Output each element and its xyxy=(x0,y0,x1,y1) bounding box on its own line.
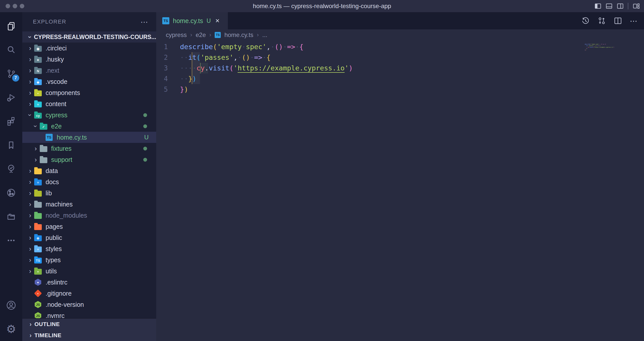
tree-item-gitignore[interactable]: •.gitignore xyxy=(22,288,156,299)
tree-item-components[interactable]: ›▪components xyxy=(22,87,156,98)
settings-gear-icon[interactable]: ⚙ xyxy=(0,317,22,341)
chevron-right-icon[interactable]: › xyxy=(26,234,34,241)
tree-item-husky[interactable]: ›∗.husky xyxy=(22,54,156,65)
tree-item-nvmrc[interactable]: JS.nvmrc xyxy=(22,310,156,318)
code-line[interactable]: 4··}) xyxy=(156,73,644,84)
tree-item-docs[interactable]: ›≡docs xyxy=(22,176,156,187)
tree-item-styles[interactable]: ›≡styles xyxy=(22,243,156,254)
chevron-right-icon[interactable]: › xyxy=(26,212,34,219)
folder-icon: ✓ xyxy=(39,123,48,130)
tree-item-lib[interactable]: ›lib xyxy=(22,187,156,199)
tree-item-home-cy-ts[interactable]: TShome.cy.tsU xyxy=(22,132,156,143)
tree-item-machines[interactable]: ›machines xyxy=(22,199,156,210)
tree-item-pages[interactable]: ›pages xyxy=(22,221,156,232)
breadcrumb-item[interactable]: e2e xyxy=(196,31,206,39)
toggle-secondary-sidebar-icon[interactable] xyxy=(617,3,624,10)
folder-icon: ≡ xyxy=(34,245,42,252)
chevron-right-icon[interactable]: › xyxy=(26,257,34,263)
project-root-header[interactable]: › CYPRESS-REALWORLD-TESTING-COURS... xyxy=(22,31,156,43)
tree-item-label: public xyxy=(46,234,62,241)
chevron-down-icon[interactable]: › xyxy=(32,122,39,130)
tree-item-label: utils xyxy=(46,268,57,275)
code-line[interactable]: 1describe('empty·spec',·()·=>·{ xyxy=(156,42,644,52)
split-editor-icon[interactable] xyxy=(614,16,622,25)
chevron-right-icon[interactable]: › xyxy=(26,167,34,174)
breadcrumb-item[interactable]: home.cy.ts xyxy=(224,31,253,39)
account-icon[interactable] xyxy=(0,293,22,317)
breadcrumb-item[interactable]: ... xyxy=(262,31,267,39)
explorer-icon[interactable] xyxy=(0,14,22,38)
tree-item-cypress[interactable]: ›cycypress xyxy=(22,109,156,121)
tab-home-cy-ts[interactable]: TS home.cy.ts U × xyxy=(156,12,228,29)
git-graph-icon[interactable] xyxy=(0,181,22,205)
title-bar: home.cy.ts — cypress-realworld-testing-c… xyxy=(0,0,644,12)
close-tab-icon[interactable]: × xyxy=(215,17,219,24)
extensions-icon[interactable] xyxy=(0,109,22,133)
outline-section-header[interactable]: › OUTLINE xyxy=(22,319,156,330)
testing-tree-icon[interactable] xyxy=(0,157,22,181)
chevron-right-icon[interactable]: › xyxy=(26,56,34,63)
line-number: 4 xyxy=(156,73,180,84)
toggle-panel-icon[interactable] xyxy=(606,3,613,10)
open-changes-icon[interactable] xyxy=(597,16,606,25)
chevron-right-icon[interactable]: › xyxy=(32,145,39,152)
more-actions-icon[interactable] xyxy=(0,229,22,252)
chevron-right-icon[interactable]: › xyxy=(26,268,34,274)
code-editor[interactable]: 1describe('empty·spec',·()·=>·{2··it('pa… xyxy=(156,41,644,341)
tree-item-public[interactable]: ›⊕public xyxy=(22,232,156,243)
project-root-label: CYPRESS-REALWORLD-TESTING-COURS... xyxy=(34,34,156,41)
tree-item-types[interactable]: ›TStypes xyxy=(22,254,156,266)
tree-item-vscode[interactable]: ›◆.vscode xyxy=(22,76,156,87)
code-line[interactable]: 5}) xyxy=(156,84,644,95)
chevron-right-icon[interactable]: › xyxy=(26,223,34,230)
tree-item-content[interactable]: ›≡content xyxy=(22,98,156,109)
explorer-more-actions-icon[interactable]: ⋯ xyxy=(140,17,149,26)
search-icon[interactable] xyxy=(0,38,22,62)
tree-item-node-modules[interactable]: ›node_modules xyxy=(22,210,156,221)
tree-item-node-version[interactable]: JS.node-version xyxy=(22,299,156,310)
chevron-right-icon[interactable]: › xyxy=(26,45,34,51)
tree-item-support[interactable]: ›support xyxy=(22,154,156,165)
tree-item-label: .gitignore xyxy=(46,290,72,297)
code-line[interactable]: 3····cy.visit('https://example.cypress.i… xyxy=(156,63,644,73)
scm-badge: 7 xyxy=(12,74,19,82)
bookmarks-icon[interactable] xyxy=(0,133,22,157)
folder-icon xyxy=(39,145,48,152)
chevron-down-icon[interactable]: › xyxy=(27,111,33,119)
chevron-right-icon[interactable]: › xyxy=(26,190,34,196)
chevron-right-icon[interactable]: › xyxy=(26,89,34,96)
timeline-history-icon[interactable] xyxy=(581,16,590,25)
chevron-right-icon[interactable]: › xyxy=(26,101,34,107)
breadcrumb-item[interactable]: cypress xyxy=(166,31,187,39)
tree-item-circleci[interactable]: ›◉.circleci xyxy=(22,43,156,54)
customize-layout-icon[interactable] xyxy=(632,2,640,10)
timeline-section-header[interactable]: › TIMELINE xyxy=(22,330,156,341)
chevron-right-icon[interactable]: › xyxy=(26,201,34,207)
tree-item-next[interactable]: ›N.next xyxy=(22,65,156,76)
tree-item-eslintrc[interactable]: ●.eslintrc xyxy=(22,277,156,288)
folder-icon: ◆ xyxy=(34,78,42,85)
folder-icon: ▪ xyxy=(34,89,42,96)
run-debug-icon[interactable] xyxy=(0,86,22,109)
chevron-right-icon[interactable]: › xyxy=(32,156,39,163)
source-control-icon[interactable]: 7 xyxy=(0,62,22,86)
chevron-right-icon[interactable]: › xyxy=(26,78,34,85)
chevron-right-icon[interactable]: › xyxy=(26,245,34,252)
tree-item-utils[interactable]: ›+utils xyxy=(22,266,156,277)
code-line[interactable]: 2··it('passes',·()·=>·{ xyxy=(156,52,644,63)
file-tree: ›◉.circleci›∗.husky›N.next›◆.vscode›▪com… xyxy=(22,43,156,318)
tree-item-data[interactable]: ›data xyxy=(22,165,156,176)
explorer-sidebar: EXPLORER ⋯ › CYPRESS-REALWORLD-TESTING-C… xyxy=(22,12,156,341)
line-number: 1 xyxy=(156,42,180,52)
titlebar-divider xyxy=(628,3,628,9)
toggle-sidebar-icon[interactable] xyxy=(594,3,601,10)
tree-item-label: components xyxy=(46,89,80,97)
tree-item-e2e[interactable]: ›✓e2e xyxy=(22,121,156,132)
tree-item-fixtures[interactable]: ›fixtures xyxy=(22,143,156,154)
chevron-right-icon: › xyxy=(27,321,34,327)
chevron-right-icon[interactable]: › xyxy=(26,179,34,185)
tree-item-label: node_modules xyxy=(46,212,87,219)
editor-more-actions-icon[interactable]: ⋯ xyxy=(630,16,637,25)
chevron-right-icon[interactable]: › xyxy=(26,67,34,74)
project-folders-icon[interactable] xyxy=(0,205,22,229)
